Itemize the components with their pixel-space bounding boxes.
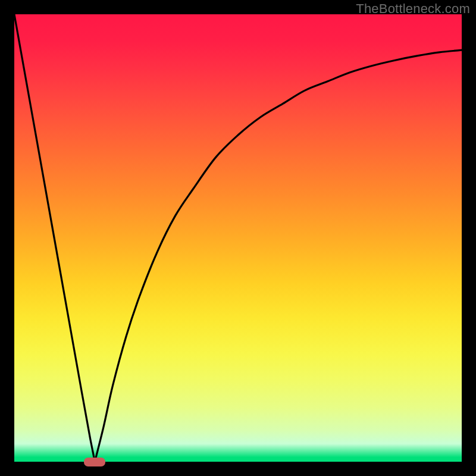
curve-path [14,14,462,462]
bottleneck-curve [14,14,462,462]
chart-frame: TheBottleneck.com [0,0,476,476]
gradient-plot-area [14,14,462,462]
minimum-marker [84,458,105,466]
